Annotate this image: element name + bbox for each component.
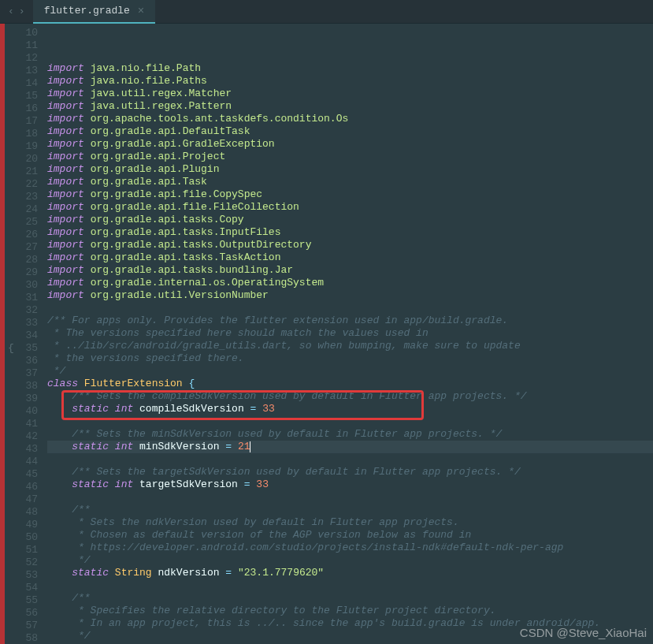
line-number: 33 bbox=[17, 317, 38, 329]
line-number: 34 bbox=[17, 329, 38, 342]
line-number: 25 bbox=[17, 216, 38, 229]
line-number: 22 bbox=[17, 178, 38, 191]
code-line[interactable]: /** bbox=[47, 504, 653, 516]
fold-marker-icon[interactable]: { bbox=[8, 342, 14, 354]
code-line[interactable] bbox=[47, 302, 653, 315]
code-line[interactable]: /** For apps only. Provides the flutter … bbox=[47, 315, 653, 327]
code-line[interactable]: * https://developer.android.com/studio/p… bbox=[47, 542, 653, 554]
code-line[interactable]: import java.util.regex.Matcher bbox=[47, 87, 653, 100]
code-line[interactable]: * Sets the ndkVersion used by default in… bbox=[47, 516, 653, 529]
line-number: 18 bbox=[17, 128, 38, 140]
line-number: 45 bbox=[17, 468, 38, 481]
line-number: 54 bbox=[17, 582, 38, 594]
code-line[interactable]: import org.gradle.api.file.CopySpec bbox=[47, 188, 653, 201]
code-line[interactable]: import java.nio.file.Paths bbox=[47, 75, 653, 87]
line-number: 29 bbox=[17, 266, 38, 279]
code-line[interactable]: import java.util.regex.Pattern bbox=[47, 100, 653, 113]
line-number: 50 bbox=[17, 531, 38, 544]
fold-gutter: { bbox=[5, 24, 17, 644]
code-line[interactable]: static int targetSdkVersion = 33 bbox=[47, 478, 653, 491]
code-line[interactable]: import org.gradle.api.Plugin bbox=[47, 163, 653, 176]
code-line[interactable]: import org.gradle.api.file.FileCollectio… bbox=[47, 201, 653, 214]
file-tab[interactable]: flutter.gradle × bbox=[33, 0, 156, 24]
close-icon[interactable]: × bbox=[138, 5, 144, 17]
line-number: 21 bbox=[17, 166, 38, 178]
line-number: 52 bbox=[17, 557, 38, 569]
line-number: 48 bbox=[17, 506, 38, 519]
line-number: 11 bbox=[17, 39, 38, 52]
line-number: 30 bbox=[17, 279, 38, 292]
line-number: 57 bbox=[17, 620, 38, 632]
line-number-gutter: 1011121314151617181920212223242526272829… bbox=[17, 24, 47, 644]
code-editor[interactable]: { 10111213141516171819202122232425262728… bbox=[0, 24, 653, 644]
line-number: 32 bbox=[17, 304, 38, 317]
code-line[interactable]: class FlutterExtension { bbox=[47, 378, 653, 390]
line-number: 51 bbox=[17, 544, 38, 557]
code-line[interactable] bbox=[47, 453, 653, 466]
code-line[interactable]: import org.gradle.api.tasks.Copy bbox=[47, 214, 653, 226]
line-number: 15 bbox=[17, 90, 38, 102]
code-line[interactable]: /** Sets the targetSdkVersion used by de… bbox=[47, 466, 653, 478]
code-line[interactable]: import org.gradle.internal.os.OperatingS… bbox=[47, 277, 653, 289]
code-line[interactable]: * the versions specified there. bbox=[47, 352, 653, 365]
line-number: 49 bbox=[17, 519, 38, 531]
line-number: 55 bbox=[17, 594, 38, 607]
code-area[interactable]: import java.nio.file.Pathimport java.nio… bbox=[47, 24, 653, 644]
line-number: 13 bbox=[17, 65, 38, 77]
line-number: 26 bbox=[17, 229, 38, 241]
line-number: 46 bbox=[17, 481, 38, 493]
nav-back-icon[interactable]: ‹ bbox=[8, 6, 14, 17]
code-line[interactable]: import org.gradle.api.tasks.OutputDirect… bbox=[47, 239, 653, 251]
line-number: 14 bbox=[17, 77, 38, 90]
line-number: 28 bbox=[17, 254, 38, 266]
code-line[interactable] bbox=[47, 579, 653, 592]
line-number: 19 bbox=[17, 140, 38, 153]
line-number: 36 bbox=[17, 355, 38, 367]
code-line[interactable]: import org.apache.tools.ant.taskdefs.con… bbox=[47, 113, 653, 125]
code-line[interactable]: * Chosen as default version of the AGP v… bbox=[47, 529, 653, 542]
code-line[interactable]: /** Sets the compileSdkVersion used by d… bbox=[47, 390, 653, 403]
line-number: 10 bbox=[17, 27, 38, 39]
file-tab-label: flutter.gradle bbox=[44, 5, 130, 17]
code-line[interactable]: /** bbox=[47, 592, 653, 605]
code-line[interactable] bbox=[47, 491, 653, 504]
line-number: 41 bbox=[17, 418, 38, 430]
code-line[interactable]: * The versions specified here should mat… bbox=[47, 327, 653, 340]
line-number: 44 bbox=[17, 456, 38, 468]
code-line[interactable]: import org.gradle.api.tasks.TaskAction bbox=[47, 251, 653, 264]
line-number: 38 bbox=[17, 380, 38, 393]
code-line[interactable]: * ../lib/src/android/gradle_utils.dart, … bbox=[47, 340, 653, 352]
line-number: 17 bbox=[17, 115, 38, 128]
line-number: 37 bbox=[17, 367, 38, 380]
code-line[interactable]: import java.nio.file.Path bbox=[47, 62, 653, 75]
code-line[interactable]: static int compileSdkVersion = 33 bbox=[47, 403, 653, 415]
line-number: 35 bbox=[17, 342, 38, 355]
code-line[interactable]: static int minSdkVersion = 21 bbox=[47, 441, 653, 453]
code-line[interactable]: */ bbox=[47, 554, 653, 567]
line-number: 27 bbox=[17, 241, 38, 254]
line-number: 12 bbox=[17, 52, 38, 65]
nav-forward-icon[interactable]: › bbox=[19, 6, 25, 17]
code-line[interactable]: import org.gradle.api.Project bbox=[47, 151, 653, 163]
code-line[interactable]: static String ndkVersion = "23.1.7779620… bbox=[47, 567, 653, 579]
code-line[interactable]: import org.gradle.api.Task bbox=[47, 176, 653, 188]
line-number: 40 bbox=[17, 405, 38, 418]
code-line[interactable]: import org.gradle.api.GradleException bbox=[47, 138, 653, 151]
line-number: 24 bbox=[17, 203, 38, 216]
code-line[interactable]: import org.gradle.api.DefaultTask bbox=[47, 125, 653, 138]
code-line[interactable]: */ bbox=[47, 365, 653, 378]
line-number: 42 bbox=[17, 430, 38, 443]
code-line[interactable]: import org.gradle.api.tasks.InputFiles bbox=[47, 226, 653, 239]
line-number: 39 bbox=[17, 393, 38, 405]
line-number: 53 bbox=[17, 569, 38, 582]
code-line[interactable]: /** Sets the minSdkVersion used by defau… bbox=[47, 428, 653, 441]
code-line[interactable] bbox=[47, 415, 653, 428]
code-line[interactable]: import org.gradle.api.tasks.bundling.Jar bbox=[47, 264, 653, 277]
code-line[interactable]: * Specifies the relative directory to th… bbox=[47, 605, 653, 617]
line-number: 58 bbox=[17, 632, 38, 644]
line-number: 31 bbox=[17, 292, 38, 304]
editor-tab-bar: ‹ › flutter.gradle × bbox=[0, 0, 653, 24]
line-number: 56 bbox=[17, 607, 38, 620]
code-line[interactable]: import org.gradle.util.VersionNumber bbox=[47, 289, 653, 302]
line-number: 16 bbox=[17, 102, 38, 115]
